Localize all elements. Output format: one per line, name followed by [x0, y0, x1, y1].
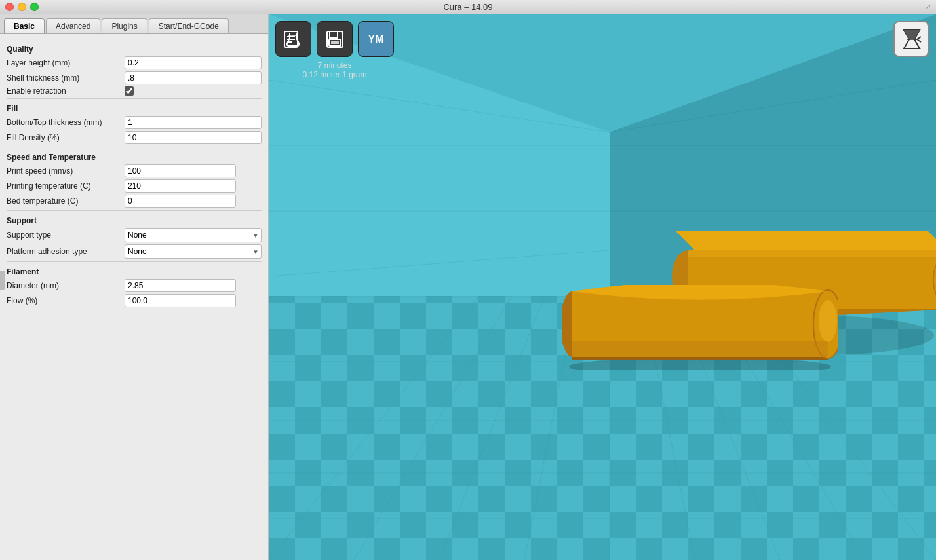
maximize-button[interactable] — [30, 3, 39, 11]
save-button[interactable] — [317, 21, 353, 57]
shell-thickness-input[interactable] — [125, 71, 262, 84]
platform-adhesion-row: Platform adhesion type None Brim Raft ▼ — [7, 244, 262, 259]
load-model-button[interactable] — [275, 21, 311, 57]
main-container: Basic Advanced Plugins Start/End-GCode Q… — [0, 14, 936, 560]
shell-thickness-row: Shell thickness (mm) — [7, 71, 262, 84]
layer-height-label: Layer height (mm) — [7, 58, 125, 67]
titlebar: Cura – 14.09 ⤢ — [0, 0, 936, 14]
diameter-input[interactable] — [125, 279, 236, 292]
ym-label: YM — [368, 33, 384, 45]
flow-row: Flow (%) — [7, 294, 262, 307]
svg-marker-36 — [688, 250, 936, 257]
printing-temp-input[interactable] — [125, 179, 236, 193]
support-type-label: Support type — [7, 231, 125, 240]
view-mode-button[interactable] — [893, 21, 929, 57]
bottom-top-thickness-label: Bottom/Top thickness (mm) — [7, 118, 125, 127]
view-mode-icon — [900, 28, 924, 51]
print-time: 7 minutes — [275, 61, 394, 70]
resize-icon: ⤢ — [926, 3, 931, 10]
platform-adhesion-select[interactable]: None Brim Raft — [125, 244, 262, 259]
layer-height-input[interactable] — [125, 56, 262, 69]
close-button[interactable] — [5, 3, 14, 11]
print-speed-row: Print speed (mm/s) — [7, 164, 262, 177]
diameter-row: Diameter (mm) — [7, 279, 262, 292]
print-time-info: 7 minutes 0.12 meter 1 gram — [275, 61, 394, 79]
3d-object — [562, 285, 838, 370]
fill-density-row: Fill Density (%) — [7, 131, 262, 144]
quality-header: Quality — [7, 45, 262, 54]
tab-advanced[interactable]: Advanced — [46, 18, 100, 33]
platform-adhesion-label: Platform adhesion type — [7, 247, 125, 256]
bed-temp-input[interactable] — [125, 195, 236, 208]
support-header: Support — [7, 216, 262, 225]
fill-header: Fill — [7, 104, 262, 113]
enable-retraction-checkbox[interactable] — [125, 86, 134, 96]
svg-point-45 — [819, 300, 837, 342]
speed-header: Speed and Temperature — [7, 153, 262, 162]
support-type-select[interactable]: None Touching buildplate Everywhere — [125, 228, 262, 242]
settings-panel: Quality Layer height (mm) Shell thicknes… — [0, 34, 268, 560]
tabs-bar: Basic Advanced Plugins Start/End-GCode — [0, 14, 268, 33]
ym-button[interactable]: YM — [358, 21, 394, 57]
toolbar-area: YM 7 minutes 0.12 meter 1 gram — [275, 21, 394, 79]
platform-adhesion-wrapper: None Brim Raft ▼ — [125, 244, 262, 259]
viewport: YM 7 minutes 0.12 meter 1 gram — [269, 14, 936, 560]
enable-retraction-label: Enable retraction — [7, 86, 125, 96]
save-icon — [324, 29, 345, 50]
print-material: 0.12 meter 1 gram — [275, 70, 394, 79]
enable-retraction-row: Enable retraction — [7, 86, 262, 96]
tab-plugins[interactable]: Plugins — [102, 18, 147, 33]
viewport-panel: YM 7 minutes 0.12 meter 1 gram — [269, 14, 936, 560]
svg-rect-47 — [572, 341, 828, 357]
svg-rect-55 — [329, 39, 341, 46]
layer-height-row: Layer height (mm) — [7, 56, 262, 69]
printing-temp-row: Printing temperature (C) — [7, 179, 262, 193]
fill-density-label: Fill Density (%) — [7, 133, 125, 142]
support-type-row: Support type None Touching buildplate Ev… — [7, 228, 262, 242]
window-controls — [5, 3, 39, 11]
window-title: Cura – 14.09 — [443, 2, 492, 12]
bed-temp-row: Bed temperature (C) — [7, 195, 262, 208]
print-speed-label: Print speed (mm/s) — [7, 166, 125, 176]
fill-density-input[interactable] — [125, 131, 262, 144]
shell-thickness-label: Shell thickness (mm) — [7, 73, 125, 83]
print-speed-input[interactable] — [125, 164, 236, 177]
flow-label: Flow (%) — [7, 296, 125, 305]
svg-rect-54 — [330, 31, 338, 38]
bed-temp-label: Bed temperature (C) — [7, 196, 125, 206]
bottom-top-thickness-row: Bottom/Top thickness (mm) — [7, 116, 262, 129]
load-icon — [283, 29, 304, 50]
resize-handle[interactable] — [0, 271, 5, 290]
minimize-button[interactable] — [18, 3, 26, 11]
bottom-top-thickness-input[interactable] — [125, 116, 262, 129]
filament-header: Filament — [7, 267, 262, 276]
flow-input[interactable] — [125, 294, 236, 307]
printing-temp-label: Printing temperature (C) — [7, 181, 125, 191]
tab-basic[interactable]: Basic — [4, 18, 45, 33]
tab-start-end-gcode[interactable]: Start/End-GCode — [149, 18, 229, 33]
support-type-wrapper: None Touching buildplate Everywhere ▼ — [125, 228, 262, 242]
diameter-label: Diameter (mm) — [7, 281, 125, 290]
left-panel: Basic Advanced Plugins Start/End-GCode Q… — [0, 14, 269, 560]
svg-line-62 — [917, 39, 921, 42]
